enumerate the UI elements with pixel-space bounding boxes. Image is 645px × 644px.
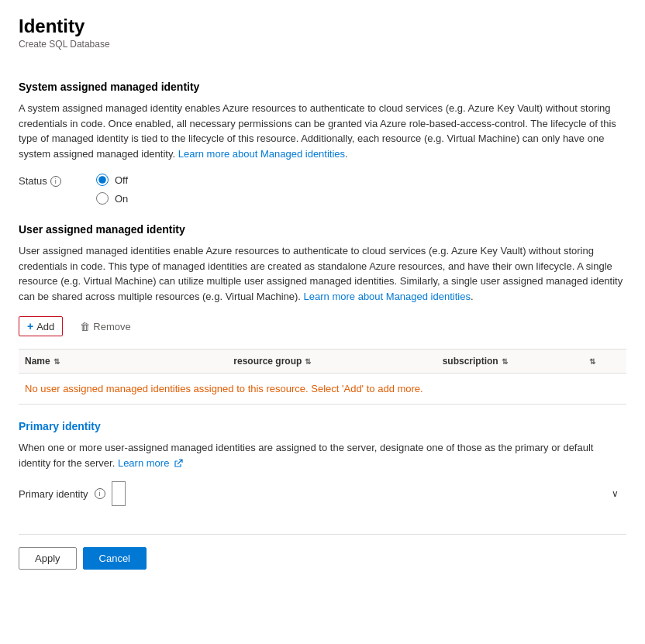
col-subscription: subscription ⇅ (443, 356, 589, 367)
col-resource-group: resource group ⇅ (233, 356, 380, 367)
primary-identity-section: Primary identity When one or more user-a… (19, 420, 626, 535)
radio-off-input[interactable] (96, 174, 109, 186)
radio-off-option[interactable]: Off (96, 174, 128, 186)
primary-identity-title: Primary identity (19, 420, 626, 432)
apply-button[interactable]: Apply (19, 547, 77, 570)
system-assigned-learn-more-link[interactable]: Learn more about Managed identities (178, 148, 345, 160)
primary-identity-learn-more-link[interactable]: Learn more (118, 457, 183, 469)
primary-identity-row: Primary identity i (19, 481, 626, 506)
trash-icon: 🗑 (80, 321, 90, 332)
radio-on-input[interactable] (96, 192, 109, 205)
plus-icon: + (27, 320, 33, 332)
user-assigned-section: User assigned managed identity User assi… (19, 223, 626, 405)
user-assigned-learn-more-link[interactable]: Learn more about Managed identities (304, 291, 471, 302)
col-extra-sort: ⇅ (589, 356, 620, 367)
user-assigned-title: User assigned managed identity (19, 223, 626, 236)
col-name: Name ⇅ (25, 356, 171, 367)
status-row: Status i Off On (19, 174, 626, 205)
primary-identity-dropdown-wrapper (112, 481, 626, 506)
table-header: Name ⇅ resource group ⇅ subscription ⇅ ⇅ (19, 350, 626, 374)
system-assigned-description: A system assigned managed identity enabl… (19, 101, 626, 161)
page-title: Identity (19, 15, 626, 37)
external-link-icon (174, 459, 183, 468)
primary-identity-description: When one or more user-assigned managed i… (19, 440, 626, 470)
remove-button[interactable]: 🗑 Remove (72, 318, 138, 336)
footer-buttons: Apply Cancel (19, 535, 626, 570)
action-bar: + Add 🗑 Remove (19, 316, 626, 336)
status-label: Status i (19, 175, 81, 187)
status-radio-group: Off On (96, 174, 128, 205)
cancel-button[interactable]: Cancel (83, 547, 147, 570)
user-assigned-description: User assigned managed identities enable … (19, 243, 626, 304)
identities-table: Name ⇅ resource group ⇅ subscription ⇅ ⇅… (19, 349, 626, 405)
system-assigned-title: System assigned managed identity (19, 81, 626, 93)
page-subtitle: Create SQL Database (19, 39, 626, 50)
radio-on-label: On (115, 193, 128, 205)
primary-identity-label: Primary identity i (19, 488, 105, 500)
radio-off-label: Off (115, 174, 128, 186)
name-sort-icon[interactable]: ⇅ (53, 357, 60, 366)
radio-on-option[interactable]: On (96, 192, 128, 205)
table-empty-message: No user assigned managed identities assi… (19, 374, 626, 404)
primary-identity-info-icon[interactable]: i (95, 488, 105, 499)
subscription-sort-icon[interactable]: ⇅ (502, 357, 508, 366)
add-button[interactable]: + Add (19, 316, 63, 336)
primary-identity-dropdown[interactable] (112, 481, 126, 506)
status-info-icon[interactable]: i (50, 176, 61, 187)
extra-sort-icon[interactable]: ⇅ (589, 357, 595, 366)
system-assigned-section: System assigned managed identity A syste… (19, 81, 626, 205)
resource-group-sort-icon[interactable]: ⇅ (305, 357, 311, 366)
